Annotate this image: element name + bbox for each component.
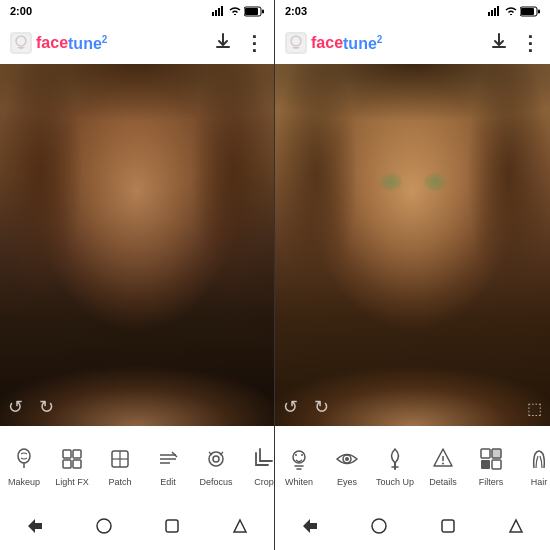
square-nav-icon <box>164 518 180 534</box>
tool-filters[interactable]: Filters <box>467 431 515 501</box>
status-bar-right: 2:03 <box>275 0 550 22</box>
left-eye-right <box>380 173 402 191</box>
svg-rect-6 <box>262 9 264 13</box>
screen-right: 2:03 <box>275 0 550 550</box>
frame-icon-right[interactable]: ⬚ <box>527 400 542 417</box>
nav-square-right[interactable] <box>440 518 456 538</box>
svg-rect-5 <box>245 8 258 15</box>
logo-text-left: facetune2 <box>36 33 107 52</box>
menu-icon-left[interactable]: ⋮ <box>244 31 264 55</box>
svg-rect-14 <box>73 460 81 468</box>
nav-person-right[interactable] <box>508 518 524 538</box>
status-icons-right <box>488 6 540 17</box>
frame-control-right: ⬚ <box>527 399 542 418</box>
download-icon-right[interactable] <box>490 32 508 54</box>
makeup-icon <box>10 445 38 473</box>
tool-lightfx[interactable]: Light FX <box>48 431 96 501</box>
nav-person-left[interactable] <box>232 518 248 538</box>
svg-point-27 <box>97 519 111 533</box>
header-actions-left: ⋮ <box>214 31 264 55</box>
lightfx-icon <box>58 445 86 473</box>
tool-hair[interactable]: Hair <box>515 431 550 501</box>
home-nav-icon <box>96 518 112 534</box>
touchup-icon <box>381 445 409 473</box>
whiten-icon <box>285 445 313 473</box>
svg-point-42 <box>345 457 349 461</box>
details-label: Details <box>429 477 457 487</box>
menu-icon-right[interactable]: ⋮ <box>520 31 540 55</box>
svg-rect-48 <box>481 449 490 458</box>
tool-makeup[interactable]: Makeup <box>0 431 48 501</box>
tool-details[interactable]: Details <box>419 431 467 501</box>
svg-rect-13 <box>63 460 71 468</box>
defocus-label: Defocus <box>199 477 232 487</box>
nav-home-right[interactable] <box>371 518 387 538</box>
logo-icon-left <box>10 32 32 54</box>
toolbar-left: Makeup Light FX Patch <box>0 426 274 506</box>
portrait-left <box>0 64 274 426</box>
svg-point-53 <box>372 519 386 533</box>
battery-icon <box>244 6 264 17</box>
whiten-label: Whiten <box>285 477 313 487</box>
redo-icon-right[interactable]: ↻ <box>314 396 329 418</box>
filters-label: Filters <box>479 477 504 487</box>
svg-rect-3 <box>221 6 223 16</box>
eyes-icon <box>333 445 361 473</box>
svg-rect-12 <box>73 450 81 458</box>
tool-eyes[interactable]: Eyes <box>323 431 371 501</box>
svg-point-47 <box>442 463 444 465</box>
edit-icon <box>154 445 182 473</box>
redo-icon-left[interactable]: ↻ <box>39 396 54 418</box>
tool-edit[interactable]: Edit <box>144 431 192 501</box>
download-icon[interactable] <box>214 32 232 50</box>
makeup-label: Makeup <box>8 477 40 487</box>
undo-icon-right[interactable]: ↺ <box>283 396 298 418</box>
touchup-label: Touch Up <box>376 477 414 487</box>
download-icon-right[interactable] <box>490 32 508 50</box>
svg-point-9 <box>18 449 30 463</box>
top-hair-right <box>275 64 550 136</box>
home-nav-icon-right <box>371 518 387 534</box>
logo-text-right: facetune2 <box>311 33 382 52</box>
tool-touchup[interactable]: Touch Up <box>371 431 419 501</box>
status-icons-left <box>212 6 264 17</box>
download-icon-left[interactable] <box>214 32 232 55</box>
time-right: 2:03 <box>285 5 307 17</box>
svg-rect-28 <box>166 520 178 532</box>
signal-icon <box>212 6 226 16</box>
tool-crop[interactable]: Crop <box>240 431 274 501</box>
lightfx-label: Light FX <box>55 477 89 487</box>
svg-rect-11 <box>63 450 71 458</box>
logo-icon-right <box>285 32 307 54</box>
tool-defocus[interactable]: Defocus <box>192 431 240 501</box>
nav-square-left[interactable] <box>164 518 180 538</box>
edit-label: Edit <box>160 477 176 487</box>
nav-back-right[interactable] <box>301 517 319 539</box>
svg-rect-35 <box>538 9 540 13</box>
logo-right: facetune2 <box>285 32 382 54</box>
signal-icon-right <box>488 6 502 16</box>
nav-home-left[interactable] <box>96 518 112 538</box>
crop-label: Crop <box>254 477 274 487</box>
patch-label: Patch <box>108 477 131 487</box>
hair-label: Hair <box>531 477 548 487</box>
wifi-icon <box>229 7 241 16</box>
patch-icon <box>106 445 134 473</box>
svg-rect-1 <box>215 10 217 16</box>
back-nav-icon <box>26 517 44 535</box>
undo-icon-left[interactable]: ↺ <box>8 396 23 418</box>
svg-rect-32 <box>497 6 499 16</box>
svg-rect-34 <box>521 8 534 15</box>
tool-whiten[interactable]: Whiten <box>275 431 323 501</box>
photo-controls-left: ↺ ↻ <box>8 396 54 418</box>
nav-back-left[interactable] <box>26 517 44 539</box>
top-hair-left <box>0 64 274 136</box>
photo-area-right: ↺ ↻ ⬚ <box>275 64 550 426</box>
toolbar-right: Whiten Eyes Touch Up <box>275 426 550 506</box>
tool-patch[interactable]: Patch <box>96 431 144 501</box>
filters-icon <box>477 445 505 473</box>
svg-rect-0 <box>212 12 214 16</box>
square-nav-icon-right <box>440 518 456 534</box>
nav-bar-right <box>275 506 550 550</box>
screen-left: 2:00 <box>0 0 275 550</box>
